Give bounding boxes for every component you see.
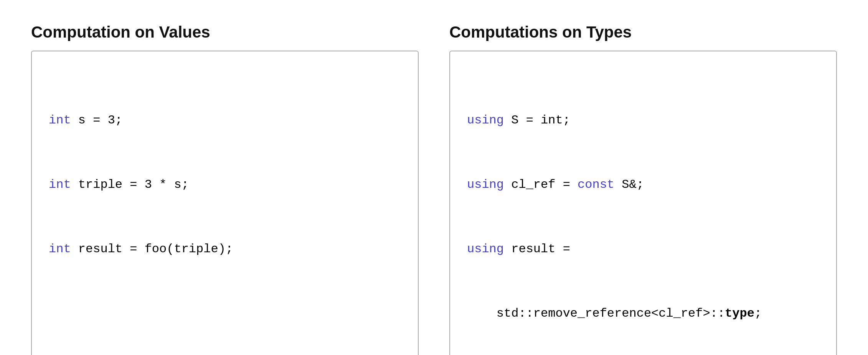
left-panel: Computation on Values int s = 3; int tri… (31, 23, 419, 355)
right-code-line-2: using cl_ref = const S&; (467, 174, 819, 196)
code-line-1: int s = 3; (49, 110, 401, 131)
code-line-2: int triple = 3 * s; (49, 174, 401, 196)
right-code-box: using S = int; using cl_ref = const S&; … (449, 51, 837, 355)
right-code-line-3: using result = (467, 238, 819, 260)
right-code-line-4: std::remove_reference<cl_ref>::type; (467, 303, 819, 324)
code-line-blank1 (49, 303, 401, 324)
code-line-3: int result = foo(triple); (49, 238, 401, 260)
main-container: Computation on Values int s = 3; int tri… (31, 23, 837, 355)
right-code-line-1: using S = int; (467, 110, 819, 131)
left-panel-title: Computation on Values (31, 23, 419, 41)
right-code-content: using S = int; using cl_ref = const S&; … (467, 67, 819, 355)
left-code-box: int s = 3; int triple = 3 * s; int resul… (31, 51, 419, 355)
left-code-content: int s = 3; int triple = 3 * s; int resul… (49, 67, 401, 355)
right-panel-title: Computations on Types (449, 23, 837, 41)
right-panel: Computations on Types using S = int; usi… (449, 23, 837, 355)
